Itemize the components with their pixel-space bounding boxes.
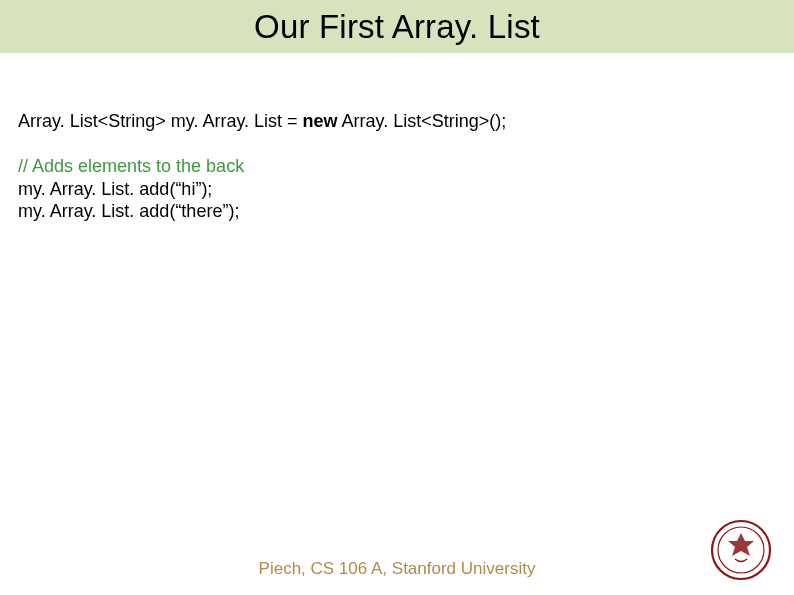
code-line-1: Array. List<String> my. Array. List = ne… (18, 110, 506, 133)
keyword-new: new (303, 111, 338, 131)
title-bar: Our First Array. List (0, 0, 794, 53)
blank-line (18, 133, 506, 156)
code-line-4: my. Array. List. add(“there”); (18, 200, 506, 223)
footer-text: Piech, CS 106 A, Stanford University (0, 559, 794, 579)
code-text: Array. List<String> my. Array. List = (18, 111, 303, 131)
slide-title: Our First Array. List (254, 8, 540, 46)
code-line-3: my. Array. List. add(“hi”); (18, 178, 506, 201)
stanford-seal-icon (710, 519, 772, 581)
code-text: Array. List<String>(); (338, 111, 507, 131)
code-comment: // Adds elements to the back (18, 155, 506, 178)
code-block: Array. List<String> my. Array. List = ne… (18, 110, 506, 223)
